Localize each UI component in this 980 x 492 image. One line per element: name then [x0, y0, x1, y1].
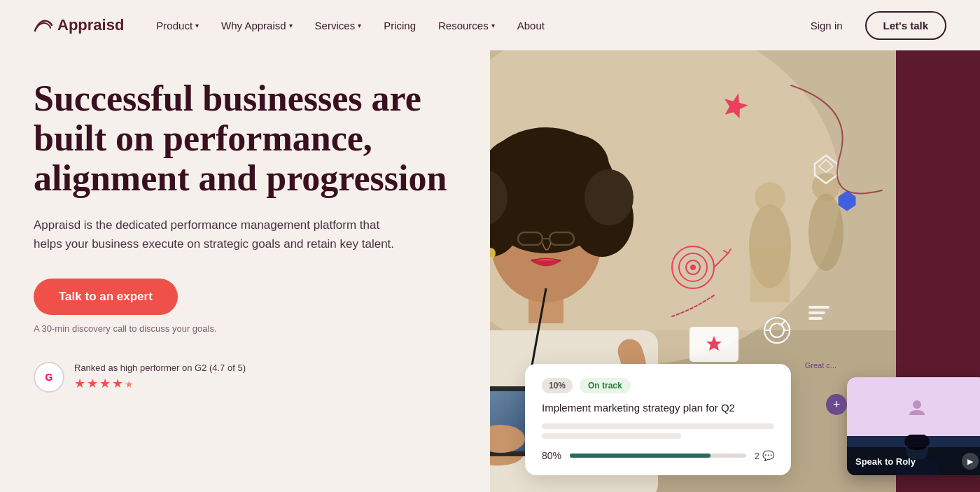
cta-button[interactable]: Talk to an expert [34, 279, 178, 315]
nav-item-pricing[interactable]: Pricing [374, 14, 426, 37]
percent-badge: 10% [542, 378, 573, 393]
chevron-down-icon: ▾ [491, 22, 495, 29]
card-header: 10% On track [542, 378, 774, 393]
cta-subtext: A 30-min discovery call to discuss your … [34, 323, 456, 334]
status-badge: On track [580, 378, 631, 393]
svg-point-7 [808, 194, 844, 271]
card-line-1 [542, 423, 774, 429]
comment-count: 2 💬 [755, 450, 774, 461]
sign-in-link[interactable]: Sign in [799, 14, 854, 37]
svg-point-20 [584, 169, 634, 225]
lets-talk-button[interactable]: Let's talk [865, 11, 946, 40]
hero-subtitle: Appraisd is the dedicated performance ma… [34, 216, 398, 253]
video-preview-text: Great c... [805, 361, 836, 370]
hero-section: Successful businesses are built on perfo… [0, 50, 490, 492]
nav-item-services[interactable]: Services ▾ [305, 14, 372, 37]
main-content: Successful businesses are built on perfo… [0, 50, 980, 492]
chevron-down-icon: ▾ [195, 22, 199, 29]
navbar: Appraisd Product ▾ Why Appraisd ▾ Servic… [0, 0, 980, 50]
svg-rect-6 [750, 246, 790, 302]
star-rating: ★★★★★ [74, 376, 246, 391]
logo[interactable]: Appraisd [34, 16, 124, 34]
hero-title: Successful businesses are built on perfo… [34, 78, 456, 199]
nav-item-why-appraisd[interactable]: Why Appraisd ▾ [211, 14, 302, 37]
hero-visual: 10% On track Implement marketing strateg… [490, 50, 980, 492]
card-title: Implement marketing strategy plan for Q2 [542, 402, 774, 414]
card-footer: 80% 2 💬 [542, 450, 774, 461]
nav-actions: Sign in Let's talk [799, 11, 946, 40]
g2-badge: G Ranked as high performer on G2 (4.7 of… [34, 362, 456, 393]
add-icon[interactable]: + [826, 394, 847, 415]
g2-label: Ranked as high performer on G2 (4.7 of 5… [74, 363, 246, 373]
nav-item-product[interactable]: Product ▾ [146, 14, 209, 37]
progress-bar [570, 454, 746, 458]
video-thumbnail[interactable]: Speak to Roly ▶ [847, 377, 980, 475]
g2-logo: G [34, 362, 64, 393]
g2-text: Ranked as high performer on G2 (4.7 of 5… [74, 363, 246, 391]
card-line-2 [542, 433, 681, 439]
svg-rect-45 [808, 317, 822, 320]
task-card: 10% On track Implement marketing strateg… [525, 364, 791, 475]
nav-item-resources[interactable]: Resources ▾ [428, 14, 505, 37]
svg-rect-43 [808, 306, 830, 309]
svg-point-18 [504, 131, 588, 187]
video-top [847, 377, 980, 436]
progress-fill [570, 454, 710, 458]
svg-point-5 [755, 182, 785, 213]
play-button[interactable]: ▶ [962, 453, 979, 470]
svg-rect-44 [808, 311, 825, 314]
chevron-down-icon: ▾ [289, 22, 293, 29]
video-label: Speak to Roly [855, 456, 916, 467]
logo-text: Appraisd [57, 16, 124, 34]
video-overlay: Speak to Roly ▶ [847, 447, 980, 475]
chevron-down-icon: ▾ [358, 22, 361, 29]
comment-icon: 💬 [762, 450, 774, 461]
svg-point-46 [913, 400, 921, 409]
nav-item-about[interactable]: About [507, 14, 554, 37]
progress-label: 80% [542, 450, 561, 461]
svg-point-36 [690, 265, 696, 270]
card-lines [542, 423, 774, 439]
nav-links: Product ▾ Why Appraisd ▾ Services ▾ Pric… [146, 14, 799, 37]
